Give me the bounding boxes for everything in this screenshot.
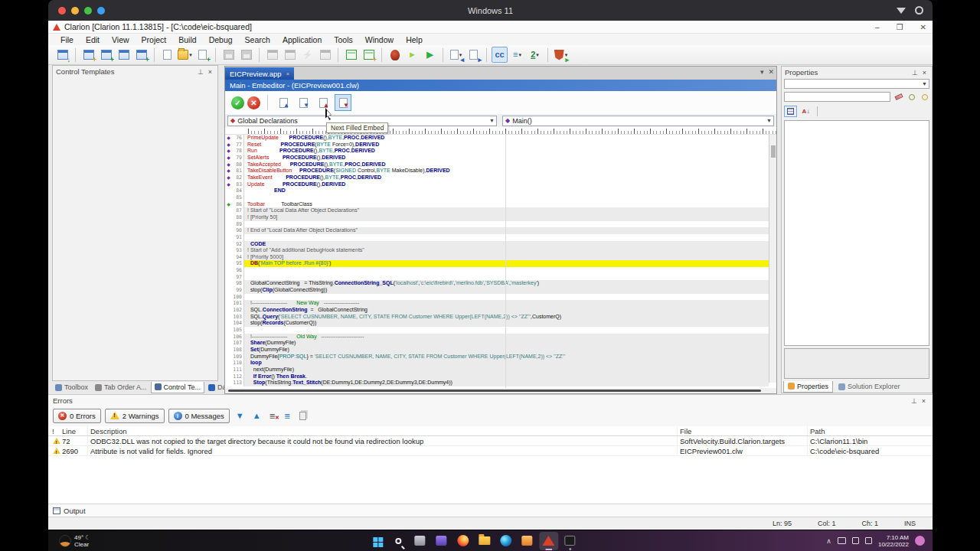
close-panel-icon[interactable]: × [920, 69, 929, 77]
menu-debug[interactable]: Debug [203, 35, 239, 44]
format-block-icon[interactable]: ≡▾ [509, 47, 525, 63]
menu-application[interactable]: Application [276, 35, 328, 44]
show-output-icon[interactable]: ≣ [282, 412, 292, 420]
nav-back-icon[interactable]: ◂▾ [448, 47, 464, 63]
hidden-icons-chevron[interactable]: ∧ [826, 537, 831, 545]
search-icon[interactable] [389, 532, 408, 550]
window-tool-c-icon[interactable] [317, 47, 333, 63]
clarion-icon[interactable] [539, 532, 558, 550]
open-file-icon[interactable]: ▾ [177, 47, 193, 63]
taskbar-clock[interactable]: 7:10 AM 10/22/2022 [878, 534, 909, 548]
menu-build[interactable]: Build [172, 35, 202, 44]
pin-icon[interactable]: ⊥ [195, 68, 206, 76]
save-all-icon[interactable] [238, 47, 254, 63]
menu-search[interactable]: Search [239, 35, 276, 44]
eraser-icon[interactable] [893, 92, 903, 102]
errors-filter-button[interactable]: ✕ 0 Errors [53, 409, 101, 423]
tray-battery-icon[interactable] [865, 537, 872, 544]
window-tool-b-icon[interactable] [282, 47, 298, 63]
tray-display-icon[interactable] [838, 537, 846, 544]
code-editor[interactable]: ◆76PrimeUpdate PROCEDURE(),BYTE,PROC,DER… [225, 135, 776, 388]
next-item-icon[interactable]: ▼ [234, 411, 247, 420]
app-orange-icon[interactable] [518, 532, 537, 550]
property-events-icon[interactable] [906, 92, 916, 102]
property-grid[interactable] [784, 120, 929, 346]
clear-list-icon[interactable]: ≣ [267, 412, 278, 420]
menu-edit[interactable]: Edit [80, 35, 106, 44]
tab-properties[interactable]: Properties [783, 381, 833, 393]
previous-item-icon[interactable]: ▲ [250, 411, 263, 420]
terminal-icon[interactable] [560, 532, 580, 550]
run-icon[interactable]: ▶ [422, 47, 438, 63]
messages-filter-button[interactable]: i 0 Messages [168, 409, 230, 423]
tab-close-all-icon[interactable]: ✕ [768, 68, 774, 76]
gear-icon[interactable] [915, 6, 923, 15]
undo-level-2-icon[interactable]: 2▾ [527, 47, 543, 63]
next-filled-embed-button[interactable]: ▼ [335, 94, 351, 111]
build-go-icon[interactable]: ► [404, 47, 420, 63]
tab-eicpreview-app[interactable]: EICPreview.app × [225, 67, 294, 80]
build-lightning-icon[interactable]: ⚡ [299, 47, 315, 63]
new-file-icon[interactable] [159, 47, 175, 63]
minimize-button[interactable]: – [875, 23, 880, 31]
table-row[interactable]: 72ODBC32.DLL was not copied to the targe… [48, 436, 933, 446]
file-explorer-icon[interactable] [475, 532, 494, 550]
menu-tools[interactable]: Tools [328, 35, 359, 44]
close-panel-icon[interactable]: × [920, 397, 928, 405]
output-tab[interactable]: Output [64, 507, 86, 515]
tab-toolbox[interactable]: Toolbox [52, 382, 91, 393]
tray-volume-icon[interactable] [852, 537, 859, 544]
new-application-icon[interactable]: + [80, 47, 96, 63]
menu-file[interactable]: File [54, 35, 80, 44]
previous-embed-button[interactable]: ▲ [275, 94, 292, 111]
embed-accept-button[interactable]: ✓ [231, 96, 244, 109]
vertical-scrollbar[interactable] [769, 135, 776, 383]
alphabetical-sort-button[interactable]: A↓ [799, 106, 812, 117]
scrollbar-thumb[interactable] [771, 145, 776, 158]
tab-list-chevron-icon[interactable]: ▾ [760, 68, 764, 76]
debug-bug-icon[interactable] [387, 47, 403, 63]
close-panel-icon[interactable]: × [206, 68, 214, 76]
app-purple-icon[interactable] [432, 532, 451, 550]
copy-code-icon[interactable]: cc [492, 47, 508, 63]
procedure-dropdown[interactable]: ◆ Main() ▼ [502, 116, 774, 126]
new-item-icon[interactable]: + [194, 47, 211, 63]
pin-icon[interactable]: ⊥ [910, 69, 920, 77]
menu-help[interactable]: Help [400, 35, 429, 44]
table-row[interactable]: 2690Attribute is not valid for fields. I… [48, 446, 933, 456]
generate-code-icon[interactable] [343, 47, 359, 63]
maximize-button[interactable]: ❒ [897, 23, 903, 31]
tab-close-icon[interactable]: × [286, 70, 290, 77]
property-settings-icon[interactable] [920, 92, 929, 102]
notification-badge[interactable] [915, 536, 925, 546]
save-icon[interactable] [220, 47, 237, 63]
copy-icon[interactable] [299, 412, 306, 420]
menu-window[interactable]: Window [359, 35, 400, 44]
task-view-icon[interactable] [410, 532, 430, 550]
filter-input[interactable] [784, 92, 890, 102]
tab-control-te-[interactable]: Control Te... [151, 382, 204, 393]
embed-cancel-button[interactable]: ✕ [247, 96, 260, 109]
application-properties-icon[interactable] [116, 47, 132, 63]
edge-icon[interactable] [496, 532, 515, 550]
categorized-view-button[interactable] [784, 106, 797, 117]
pin-icon[interactable]: ⊥ [909, 397, 920, 405]
html-export-icon[interactable]: ▸▾ [553, 47, 569, 63]
open-solution-icon[interactable]: ↓ [54, 47, 70, 63]
chevron-down-icon[interactable] [897, 8, 906, 14]
generate-all-icon[interactable]: + [361, 47, 377, 63]
object-dropdown[interactable]: ▼ [784, 79, 929, 89]
next-embed-button[interactable]: ▼ [295, 94, 312, 111]
start-icon[interactable] [368, 532, 387, 550]
firefox-icon[interactable] [453, 532, 472, 550]
tab-solution-explorer[interactable]: Solution Explorer [835, 381, 904, 393]
nav-forward-icon[interactable]: ▸ [466, 47, 482, 63]
tab-tab-order-a-[interactable]: Tab Order A... [92, 382, 150, 393]
close-button[interactable]: ✕ [920, 23, 926, 31]
menu-project[interactable]: Project [136, 35, 173, 44]
add-application-icon[interactable]: + [133, 47, 149, 63]
horizontal-scrollbar[interactable] [225, 388, 776, 393]
warnings-filter-button[interactable]: 2 Warnings [105, 409, 165, 423]
generate-application-icon[interactable]: + [98, 47, 114, 63]
weather-widget[interactable]: 49°☾ Clear [59, 534, 90, 548]
